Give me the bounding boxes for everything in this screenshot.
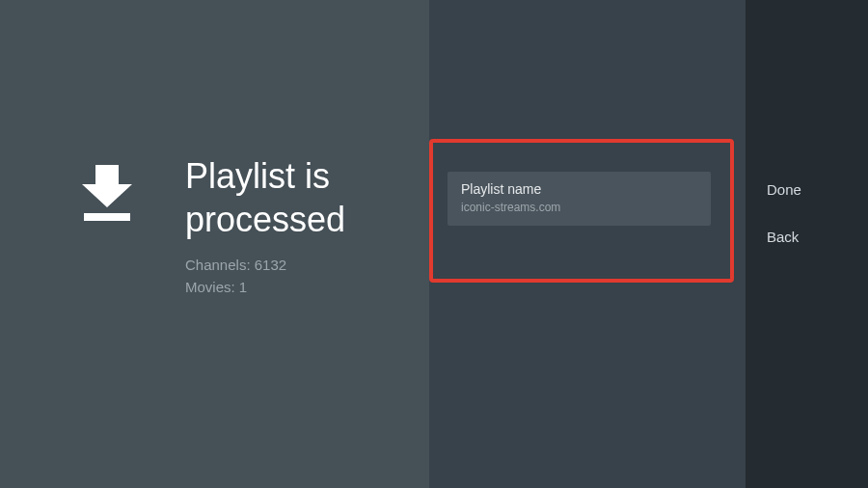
field-value: iconic-streams.com [461, 201, 697, 214]
download-icon [72, 159, 142, 232]
middle-panel: Playlist name iconic-streams.com [429, 0, 746, 488]
playlist-name-field[interactable]: Playlist name iconic-streams.com [448, 172, 711, 226]
status-stats: Channels: 6132 Movies: 1 [185, 255, 429, 298]
right-panel: Done Back [746, 0, 868, 488]
done-button[interactable]: Done [767, 181, 868, 198]
status-title: Playlist is processed [185, 154, 429, 241]
status-content: Playlist is processed Channels: 6132 Mov… [185, 154, 429, 298]
back-button[interactable]: Back [767, 229, 868, 245]
movies-count: Movies: 1 [185, 277, 429, 299]
channels-count: Channels: 6132 [185, 255, 429, 277]
field-label: Playlist name [461, 181, 697, 197]
svg-rect-0 [84, 213, 130, 221]
left-panel: Playlist is processed Channels: 6132 Mov… [0, 0, 429, 488]
